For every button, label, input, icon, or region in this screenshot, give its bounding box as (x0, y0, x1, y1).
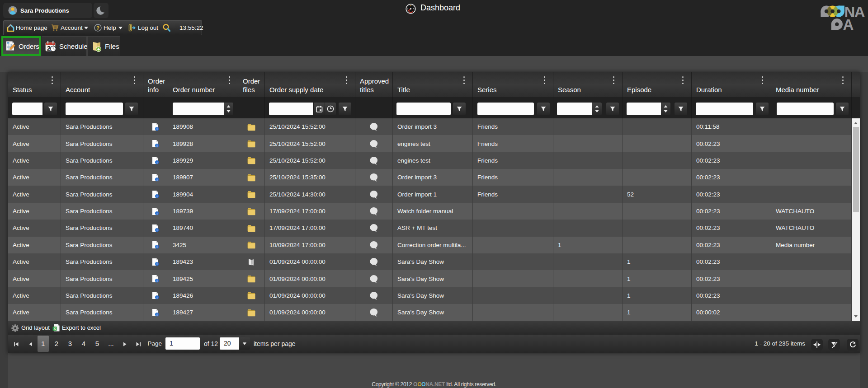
svg-text:2: 2 (47, 44, 51, 52)
svg-text:?: ? (96, 25, 99, 31)
svg-text:i: i (156, 245, 157, 249)
svg-text:i: i (156, 160, 157, 164)
svg-text:i: i (156, 178, 157, 182)
svg-text:i: i (156, 194, 157, 198)
svg-text:i: i (156, 127, 157, 131)
svg-text:i: i (156, 295, 157, 299)
svg-text:i: i (156, 211, 157, 215)
svg-text:i: i (156, 279, 157, 283)
svg-text:x: x (54, 326, 56, 331)
svg-text:A: A (843, 16, 854, 32)
svg-text:i: i (156, 228, 157, 232)
svg-text:i: i (156, 313, 157, 317)
svg-text:i: i (156, 262, 157, 266)
svg-text:i: i (156, 144, 157, 148)
